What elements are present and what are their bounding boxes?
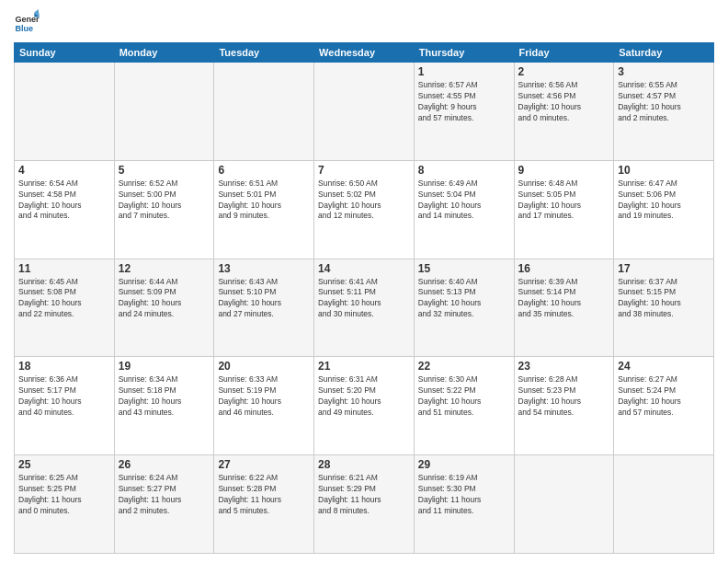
day-cell: 9Sunrise: 6:48 AM Sunset: 5:05 PM Daylig… <box>514 160 614 259</box>
day-cell <box>214 63 314 161</box>
week-row-3: 11Sunrise: 6:45 AM Sunset: 5:08 PM Dayli… <box>15 259 714 357</box>
day-number: 25 <box>18 458 110 471</box>
day-info: Sunrise: 6:45 AM Sunset: 5:08 PM Dayligh… <box>18 277 110 321</box>
day-number: 17 <box>618 262 710 275</box>
day-cell: 27Sunrise: 6:22 AM Sunset: 5:28 PM Dayli… <box>214 455 314 554</box>
day-number: 13 <box>218 262 310 275</box>
day-number: 22 <box>418 360 510 373</box>
day-cell: 26Sunrise: 6:24 AM Sunset: 5:27 PM Dayli… <box>114 455 214 554</box>
col-header-monday: Monday <box>114 43 214 63</box>
day-info: Sunrise: 6:57 AM Sunset: 4:55 PM Dayligh… <box>418 80 510 124</box>
logo: General Blue <box>14 9 40 35</box>
day-info: Sunrise: 6:22 AM Sunset: 5:28 PM Dayligh… <box>218 473 310 517</box>
day-info: Sunrise: 6:48 AM Sunset: 5:05 PM Dayligh… <box>518 178 610 223</box>
day-cell: 20Sunrise: 6:33 AM Sunset: 5:19 PM Dayli… <box>214 357 314 455</box>
day-number: 2 <box>518 65 610 78</box>
day-number: 23 <box>518 360 610 373</box>
day-cell: 15Sunrise: 6:40 AM Sunset: 5:13 PM Dayli… <box>414 259 514 357</box>
col-header-thursday: Thursday <box>414 43 514 63</box>
day-cell <box>614 455 714 554</box>
day-number: 16 <box>518 262 610 275</box>
day-info: Sunrise: 6:43 AM Sunset: 5:10 PM Dayligh… <box>218 277 310 321</box>
day-cell: 25Sunrise: 6:25 AM Sunset: 5:25 PM Dayli… <box>15 455 115 554</box>
day-info: Sunrise: 6:37 AM Sunset: 5:15 PM Dayligh… <box>618 277 710 321</box>
col-header-saturday: Saturday <box>614 43 714 63</box>
day-cell: 7Sunrise: 6:50 AM Sunset: 5:02 PM Daylig… <box>314 160 415 259</box>
day-cell <box>514 455 614 554</box>
day-cell: 6Sunrise: 6:51 AM Sunset: 5:01 PM Daylig… <box>214 160 314 259</box>
day-cell: 19Sunrise: 6:34 AM Sunset: 5:18 PM Dayli… <box>114 357 214 455</box>
day-info: Sunrise: 6:33 AM Sunset: 5:19 PM Dayligh… <box>218 374 310 419</box>
col-header-friday: Friday <box>514 43 614 63</box>
day-cell: 5Sunrise: 6:52 AM Sunset: 5:00 PM Daylig… <box>114 160 214 259</box>
day-info: Sunrise: 6:36 AM Sunset: 5:17 PM Dayligh… <box>18 374 110 419</box>
day-info: Sunrise: 6:56 AM Sunset: 4:56 PM Dayligh… <box>518 80 610 124</box>
day-number: 1 <box>418 65 510 78</box>
day-number: 20 <box>218 360 310 373</box>
col-header-sunday: Sunday <box>15 43 115 63</box>
day-cell: 16Sunrise: 6:39 AM Sunset: 5:14 PM Dayli… <box>514 259 614 357</box>
day-info: Sunrise: 6:51 AM Sunset: 5:01 PM Dayligh… <box>218 178 310 223</box>
day-info: Sunrise: 6:40 AM Sunset: 5:13 PM Dayligh… <box>418 277 510 321</box>
day-number: 18 <box>18 360 110 373</box>
day-info: Sunrise: 6:24 AM Sunset: 5:27 PM Dayligh… <box>119 473 210 517</box>
week-row-5: 25Sunrise: 6:25 AM Sunset: 5:25 PM Dayli… <box>15 455 714 554</box>
day-cell: 23Sunrise: 6:28 AM Sunset: 5:23 PM Dayli… <box>514 357 614 455</box>
day-info: Sunrise: 6:30 AM Sunset: 5:22 PM Dayligh… <box>418 374 510 419</box>
day-cell: 8Sunrise: 6:49 AM Sunset: 5:04 PM Daylig… <box>414 160 514 259</box>
day-cell: 3Sunrise: 6:55 AM Sunset: 4:57 PM Daylig… <box>614 63 714 161</box>
svg-text:Blue: Blue <box>15 24 33 33</box>
day-cell: 22Sunrise: 6:30 AM Sunset: 5:22 PM Dayli… <box>414 357 514 455</box>
day-cell: 14Sunrise: 6:41 AM Sunset: 5:11 PM Dayli… <box>314 259 415 357</box>
day-info: Sunrise: 6:52 AM Sunset: 5:00 PM Dayligh… <box>119 178 210 223</box>
day-info: Sunrise: 6:27 AM Sunset: 5:24 PM Dayligh… <box>618 374 710 419</box>
day-info: Sunrise: 6:55 AM Sunset: 4:57 PM Dayligh… <box>618 80 710 124</box>
day-cell: 4Sunrise: 6:54 AM Sunset: 4:58 PM Daylig… <box>15 160 115 259</box>
col-header-tuesday: Tuesday <box>214 43 314 63</box>
week-row-2: 4Sunrise: 6:54 AM Sunset: 4:58 PM Daylig… <box>15 160 714 259</box>
day-cell <box>114 63 214 161</box>
day-info: Sunrise: 6:31 AM Sunset: 5:20 PM Dayligh… <box>318 374 410 419</box>
day-cell: 2Sunrise: 6:56 AM Sunset: 4:56 PM Daylig… <box>514 63 614 161</box>
day-number: 15 <box>418 262 510 275</box>
day-cell: 29Sunrise: 6:19 AM Sunset: 5:30 PM Dayli… <box>414 455 514 554</box>
day-info: Sunrise: 6:34 AM Sunset: 5:18 PM Dayligh… <box>119 374 210 419</box>
day-number: 12 <box>119 262 210 275</box>
day-number: 11 <box>18 262 110 275</box>
page: General Blue SundayMondayTuesdayWednesda… <box>0 0 728 563</box>
day-number: 14 <box>318 262 410 275</box>
day-number: 19 <box>119 360 210 373</box>
day-number: 21 <box>318 360 410 373</box>
day-info: Sunrise: 6:28 AM Sunset: 5:23 PM Dayligh… <box>518 374 610 419</box>
col-header-wednesday: Wednesday <box>314 43 415 63</box>
day-cell: 17Sunrise: 6:37 AM Sunset: 5:15 PM Dayli… <box>614 259 714 357</box>
day-info: Sunrise: 6:49 AM Sunset: 5:04 PM Dayligh… <box>418 178 510 223</box>
header-row: SundayMondayTuesdayWednesdayThursdayFrid… <box>15 43 714 63</box>
day-info: Sunrise: 6:39 AM Sunset: 5:14 PM Dayligh… <box>518 277 610 321</box>
day-cell: 13Sunrise: 6:43 AM Sunset: 5:10 PM Dayli… <box>214 259 314 357</box>
day-info: Sunrise: 6:41 AM Sunset: 5:11 PM Dayligh… <box>318 277 410 321</box>
day-number: 10 <box>618 164 710 177</box>
logo-icon: General Blue <box>14 9 40 35</box>
day-info: Sunrise: 6:44 AM Sunset: 5:09 PM Dayligh… <box>119 277 210 321</box>
day-number: 3 <box>618 65 710 78</box>
day-cell <box>314 63 415 161</box>
week-row-1: 1Sunrise: 6:57 AM Sunset: 4:55 PM Daylig… <box>15 63 714 161</box>
day-cell: 28Sunrise: 6:21 AM Sunset: 5:29 PM Dayli… <box>314 455 415 554</box>
day-number: 7 <box>318 164 410 177</box>
day-info: Sunrise: 6:21 AM Sunset: 5:29 PM Dayligh… <box>318 473 410 517</box>
day-number: 8 <box>418 164 510 177</box>
week-row-4: 18Sunrise: 6:36 AM Sunset: 5:17 PM Dayli… <box>15 357 714 455</box>
day-number: 26 <box>119 458 210 471</box>
day-info: Sunrise: 6:25 AM Sunset: 5:25 PM Dayligh… <box>18 473 110 517</box>
day-number: 28 <box>318 458 410 471</box>
day-number: 9 <box>518 164 610 177</box>
day-info: Sunrise: 6:19 AM Sunset: 5:30 PM Dayligh… <box>418 473 510 517</box>
day-cell: 11Sunrise: 6:45 AM Sunset: 5:08 PM Dayli… <box>15 259 115 357</box>
day-cell: 1Sunrise: 6:57 AM Sunset: 4:55 PM Daylig… <box>414 63 514 161</box>
day-info: Sunrise: 6:47 AM Sunset: 5:06 PM Dayligh… <box>618 178 710 223</box>
day-cell: 12Sunrise: 6:44 AM Sunset: 5:09 PM Dayli… <box>114 259 214 357</box>
day-number: 29 <box>418 458 510 471</box>
day-number: 5 <box>119 164 210 177</box>
day-info: Sunrise: 6:50 AM Sunset: 5:02 PM Dayligh… <box>318 178 410 223</box>
